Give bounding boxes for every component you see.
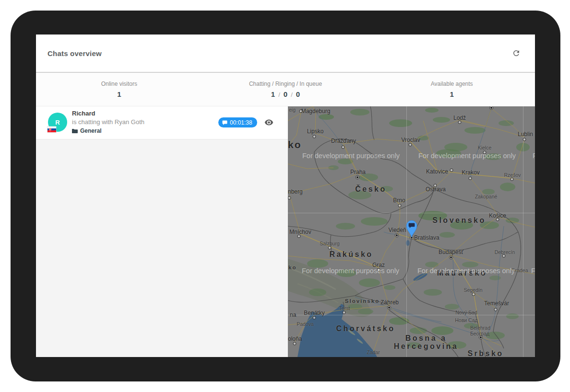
visitor-status: is chatting with Ryan Goth xyxy=(72,118,144,126)
folder-icon xyxy=(72,128,78,133)
refresh-icon xyxy=(512,49,521,58)
stat-value: 1 xyxy=(117,90,121,98)
avatar-letter: R xyxy=(55,119,59,126)
stat-available-agents: Available agents 1 xyxy=(368,73,535,106)
map-marker[interactable] xyxy=(405,219,418,238)
stat-label: Online visitors xyxy=(101,81,137,87)
separator: / xyxy=(291,91,293,98)
map[interactable]: ČeskoSlovenskoRakúskoMaďarskoChorvátskoB… xyxy=(288,106,535,357)
separator: / xyxy=(278,91,280,98)
in-queue-count: 0 xyxy=(296,90,300,98)
stat-online-visitors: Online visitors 1 xyxy=(36,73,202,106)
chat-info: Richard is chatting with Ryan Goth Gener… xyxy=(72,110,144,134)
stat-value: 1/0/0 xyxy=(271,90,300,98)
chat-timer: 00:01:38 xyxy=(230,119,252,126)
ringing-count: 0 xyxy=(284,90,287,98)
stat-label: Chatting / Ringing / In queue xyxy=(249,81,322,87)
chat-list: R Richard is chatting with Ryan Goth xyxy=(36,106,288,357)
header: Chats overview xyxy=(36,35,535,73)
chat-timer-badge[interactable]: 00:01:38 xyxy=(218,117,257,127)
app-window: Chats overview Online visitors 1 Chattin… xyxy=(36,35,535,357)
visitor-name: Richard xyxy=(72,110,144,117)
stat-value: 1 xyxy=(450,90,454,98)
refresh-button[interactable] xyxy=(509,46,523,60)
device-frame: Chats overview Online visitors 1 Chattin… xyxy=(11,11,560,381)
watch-chat-button[interactable] xyxy=(263,117,274,129)
chat-bubble-icon xyxy=(222,120,227,125)
stat-label: Available agents xyxy=(431,81,473,87)
page-title: Chats overview xyxy=(48,49,509,58)
chatting-count: 1 xyxy=(271,90,275,98)
slovakia-flag-icon xyxy=(48,127,56,132)
group-name: General xyxy=(80,127,102,134)
stats-bar: Online visitors 1 Chatting / Ringing / I… xyxy=(36,73,535,106)
chat-row[interactable]: R Richard is chatting with Ryan Goth xyxy=(36,106,288,139)
eye-icon xyxy=(264,118,273,127)
stat-chatting-ringing-queue: Chatting / Ringing / In queue 1/0/0 xyxy=(202,73,369,106)
map-pin-icon xyxy=(405,219,418,238)
